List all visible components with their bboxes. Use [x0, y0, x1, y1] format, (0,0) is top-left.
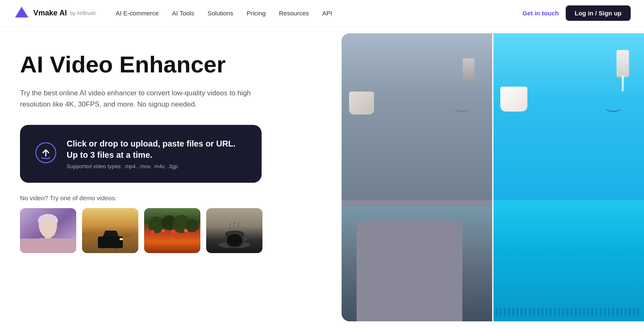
upload-main-text: Click or drop to upload, paste files or …	[67, 138, 247, 161]
thumb-car-svg	[82, 208, 138, 253]
svg-rect-6	[38, 238, 57, 253]
svg-rect-9	[98, 236, 123, 246]
svg-point-19	[161, 229, 165, 233]
liquid-stream	[622, 76, 624, 92]
comparison-after	[493, 33, 644, 321]
svg-point-18	[150, 230, 155, 234]
upload-icon	[35, 142, 57, 164]
comparison-before	[342, 33, 493, 321]
logo[interactable]: Vmake AI by AirBrush	[13, 5, 96, 22]
upload-box[interactable]: Click or drop to upload, paste files or …	[20, 125, 262, 183]
nav-item-ai-ecommerce[interactable]: AI E-commerce	[116, 10, 159, 17]
nav-item-api[interactable]: API	[322, 10, 332, 17]
demo-thumb-coffee[interactable]	[206, 208, 262, 253]
svg-rect-22	[206, 208, 262, 253]
svg-point-20	[171, 230, 175, 234]
upload-sub-text: Supported video types: .mp4, .mov, .m4v,…	[67, 163, 247, 169]
svg-point-24	[225, 231, 244, 236]
demo-label: No video? Try one of demo videos:	[20, 194, 322, 201]
svg-rect-7	[45, 235, 51, 240]
machine-base-left	[342, 206, 493, 321]
nozzle-left	[463, 58, 474, 81]
thumb-car-image	[82, 208, 138, 253]
svg-point-23	[219, 241, 250, 248]
nav-item-solutions[interactable]: Solutions	[207, 10, 233, 17]
get-in-touch-link[interactable]: Get in touch	[522, 10, 559, 17]
nav-links: AI E-commerce AI Tools Solutions Pricing…	[116, 10, 522, 17]
right-panel	[342, 33, 644, 321]
hero-title: AI Video Enhancer	[20, 52, 322, 77]
smile-arc-right	[605, 104, 622, 112]
brand-by: by AirBrush	[70, 10, 95, 16]
thumb-person-image	[20, 208, 76, 253]
svg-point-5	[38, 214, 58, 227]
thumb-person-svg	[20, 208, 76, 253]
demo-thumb-car[interactable]	[82, 208, 138, 253]
upload-text-area: Click or drop to upload, paste files or …	[67, 138, 247, 169]
nav-item-pricing[interactable]: Pricing	[247, 10, 266, 17]
left-panel: AI Video Enhancer Try the best online AI…	[0, 27, 342, 328]
nav-item-ai-tools[interactable]: AI Tools	[172, 10, 194, 17]
thumb-landscape-svg	[144, 208, 200, 253]
thumb-coffee-svg	[206, 208, 262, 253]
hero-description: Try the best online AI video enhancer to…	[20, 87, 278, 110]
cup-after	[500, 87, 527, 112]
svg-point-10	[100, 242, 107, 249]
demo-thumbnails	[20, 208, 322, 253]
machine-top-right	[493, 33, 644, 200]
comparison-divider	[492, 33, 494, 321]
brand-name: Vmake AI	[33, 9, 67, 17]
navbar: Vmake AI by AirBrush AI E-commerce AI To…	[0, 0, 644, 27]
demo-thumb-landscape[interactable]	[144, 208, 200, 253]
comparison-container	[342, 33, 644, 321]
smile-arc-left	[454, 104, 470, 112]
upload-icon-wrap	[35, 142, 57, 165]
nav-item-resources[interactable]: Resources	[279, 10, 309, 17]
main-content: AI Video Enhancer Try the best online AI…	[0, 27, 644, 328]
nav-actions: Get in touch Log in / Sign up	[522, 5, 631, 21]
vmake-logo-icon	[13, 5, 30, 22]
nozzle-right	[617, 50, 629, 77]
login-button[interactable]: Log in / Sign up	[566, 5, 631, 21]
svg-rect-12	[120, 238, 123, 240]
thumb-coffee-image	[206, 208, 262, 253]
machine-base-right	[493, 200, 644, 321]
machine-top-left	[342, 33, 493, 200]
svg-point-21	[184, 229, 187, 232]
thumb-landscape-image	[144, 208, 200, 253]
cup-before	[349, 92, 374, 114]
demo-thumb-person[interactable]	[20, 208, 76, 253]
svg-point-11	[114, 242, 120, 249]
